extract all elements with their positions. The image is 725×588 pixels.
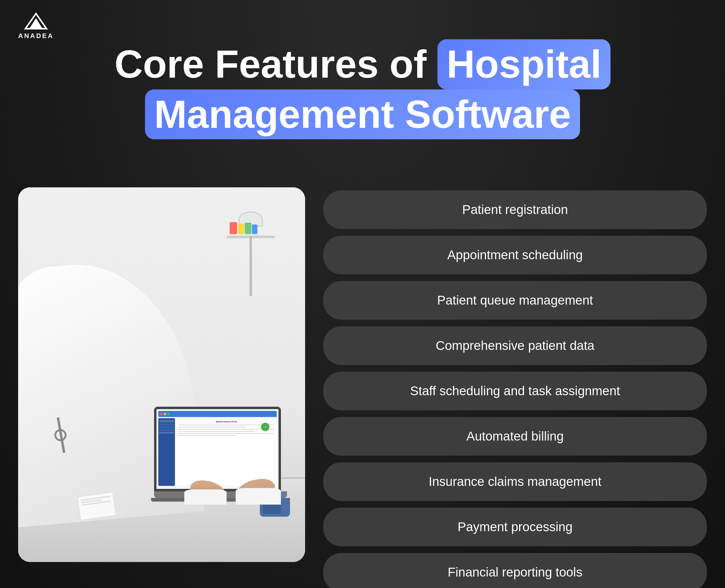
feature-pill-1: Patient registration (323, 190, 707, 229)
feature-label-5: Staff scheduling and task assignment (410, 384, 620, 398)
title-prefix: Core Features of (114, 42, 427, 86)
feature-label-2: Appointment scheduling (447, 248, 583, 262)
title-highlight-text: Hospital (446, 42, 601, 86)
feature-label-9: Financial reporting tools (448, 565, 582, 579)
feature-pill-6: Automated billing (323, 417, 707, 456)
main-title: Core Features of Hospital Management Sof… (30, 39, 695, 139)
feature-label-8: Payment processing (458, 520, 573, 534)
logo-area: ANADEA (18, 12, 54, 40)
feature-pill-4: Comprehensive patient data (323, 326, 707, 365)
feature-label-1: Patient registration (462, 203, 568, 217)
feature-label-6: Automated billing (466, 429, 564, 443)
feature-label-4: Comprehensive patient data (435, 338, 594, 353)
doctor-image: Medical History Form + (18, 187, 305, 562)
title-section: Core Features of Hospital Management Sof… (30, 39, 695, 139)
image-placeholder: Medical History Form + (18, 187, 305, 562)
background-furniture (227, 206, 281, 296)
papers (77, 491, 116, 521)
content-area: Medical History Form + (18, 187, 707, 588)
title-line2-highlight: Management Software (145, 89, 580, 140)
feature-pill-5: Staff scheduling and task assignment (323, 372, 707, 410)
anadea-logo-icon (24, 12, 48, 30)
feature-pill-9: Financial reporting tools (323, 553, 707, 588)
feature-label-3: Patient queue management (437, 293, 593, 307)
title-highlight: Hospital (438, 39, 611, 89)
features-list: Patient registrationAppointment scheduli… (323, 187, 707, 588)
title-line2-text: Management Software (154, 92, 571, 136)
hands (190, 475, 275, 505)
feature-pill-3: Patient queue management (323, 281, 707, 320)
feature-pill-2: Appointment scheduling (323, 236, 707, 274)
feature-pill-7: Insurance claims management (323, 462, 707, 501)
brand-name: ANADEA (18, 32, 54, 40)
feature-label-7: Insurance claims management (429, 475, 601, 489)
feature-pill-8: Payment processing (323, 508, 707, 546)
